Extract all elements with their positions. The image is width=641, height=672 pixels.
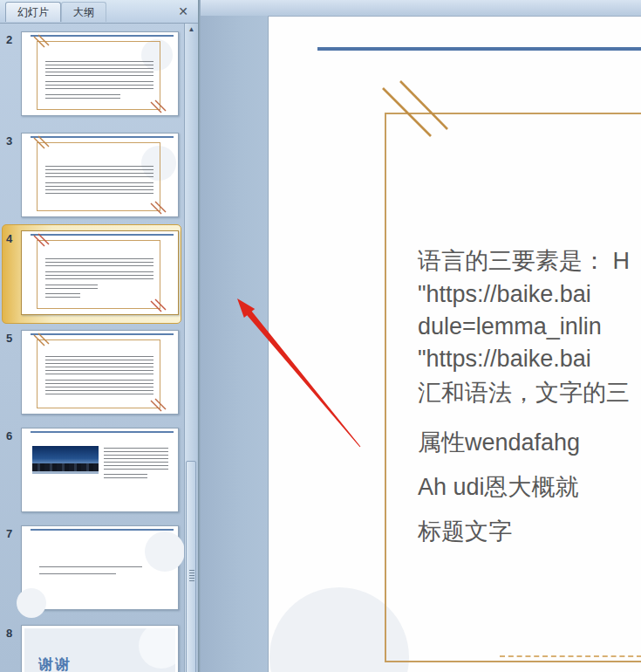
- slide-thumbnail-7[interactable]: [21, 525, 179, 610]
- tab-slides[interactable]: 幻灯片: [5, 2, 61, 22]
- slide-editing-area: 语言的三要素是： H "https://baike.bai dule=lemma…: [201, 0, 641, 672]
- slide-text-line[interactable]: 语言的三要素是： H: [418, 245, 630, 277]
- thumb-microtext: [104, 474, 147, 480]
- slide-text-line[interactable]: Ah udi恩大概就: [418, 471, 579, 503]
- slide-text-line[interactable]: 汇和语法，文字的三: [418, 377, 630, 408]
- corner-slash-icon: [32, 234, 50, 251]
- slide-text-line[interactable]: dule=lemma_inlin: [418, 313, 602, 340]
- thumb-title-text: 谢谢: [38, 655, 72, 672]
- slide-text-line[interactable]: "https://baike.bai: [418, 281, 591, 308]
- thumb-microtext: [45, 293, 80, 299]
- thumb-microtext: [45, 182, 153, 195]
- application-window: 幻灯片 大纲 ✕ 2 3: [0, 0, 641, 672]
- thumb-microtext: [45, 271, 153, 281]
- thumb-microtext: [45, 285, 98, 291]
- thumb-title-rule: [31, 431, 174, 433]
- thumb-border-frame: [37, 240, 160, 309]
- slide-title-rule: [317, 47, 641, 51]
- slide-number: 6: [6, 429, 20, 442]
- corner-slash-icon: [32, 136, 50, 154]
- slide-text-line[interactable]: 属性wendafahg: [418, 427, 580, 458]
- thumb-microtext: [45, 380, 153, 396]
- corner-slash-icon: [32, 35, 50, 52]
- thumb-microtext: [104, 448, 168, 471]
- slide-number: 5: [6, 332, 20, 345]
- slide-thumbnail-3[interactable]: [21, 133, 179, 217]
- thumb-microtext: [45, 61, 153, 78]
- decor-circle: [145, 531, 185, 572]
- corner-slash-icon: [147, 397, 165, 415]
- panel-tab-bar: 幻灯片 大纲 ✕: [0, 0, 199, 24]
- slide-thumbnail-2[interactable]: [21, 31, 179, 116]
- thumb-title-rule: [31, 234, 174, 236]
- slide-text-line[interactable]: 标题文字: [418, 516, 512, 547]
- thumb-border-frame: [37, 41, 160, 110]
- corner-slash-icon: [32, 333, 50, 351]
- thumb-microtext: [45, 81, 153, 91]
- thumb-microtext: [45, 166, 153, 179]
- slide-number: 8: [6, 627, 20, 640]
- slide-canvas[interactable]: 语言的三要素是： H "https://baike.bai dule=lemma…: [268, 16, 641, 672]
- tab-outline[interactable]: 大纲: [61, 2, 106, 22]
- slide-text-line[interactable]: "https://baike.bai: [418, 346, 591, 373]
- slide-thumbnail-4[interactable]: [21, 230, 179, 315]
- thumb-border-frame: [37, 339, 160, 408]
- slide-number: 3: [6, 134, 20, 147]
- thumb-border-frame: [37, 142, 160, 211]
- thumb-microtext: [45, 356, 153, 376]
- thumb-title-rule: [31, 136, 174, 138]
- thumb-microtext: [39, 573, 116, 576]
- scroll-up-icon[interactable]: ▲: [185, 24, 198, 36]
- photo-buildings: [32, 463, 99, 471]
- slide-number: 2: [6, 33, 20, 46]
- slide-thumbnail-6[interactable]: [21, 428, 179, 512]
- thumb-title-rule: [31, 529, 174, 531]
- thumb-microtext: [39, 566, 142, 569]
- slide-number: 4: [6, 232, 20, 245]
- panel-scrollbar[interactable]: ▲: [184, 24, 197, 672]
- thumb-microtext: [45, 258, 153, 268]
- corner-slash-icon: [147, 200, 165, 217]
- slides-panel: 幻灯片 大纲 ✕ 2 3: [0, 0, 199, 672]
- scrollbar-grip: [189, 570, 194, 581]
- thumb-title-rule: [31, 333, 174, 335]
- thumb-microtext: [45, 94, 120, 100]
- close-icon[interactable]: ✕: [174, 3, 192, 20]
- slide-number: 7: [6, 527, 20, 540]
- slide-thumbnail-8[interactable]: 谢谢: [21, 625, 179, 672]
- decor-circle: [139, 628, 175, 669]
- slide-thumbnail-5[interactable]: [21, 330, 179, 415]
- scrollbar-thumb[interactable]: [186, 461, 196, 672]
- corner-slash-icon: [147, 298, 165, 315]
- thumb-background: 谢谢: [24, 628, 175, 672]
- decor-circle: [17, 588, 46, 618]
- decor-dashed-line: [500, 655, 641, 657]
- thumb-title-rule: [31, 35, 174, 37]
- editing-area-margin: [201, 0, 641, 16]
- corner-slash-icon: [147, 99, 165, 116]
- thumb-photo: [32, 446, 99, 474]
